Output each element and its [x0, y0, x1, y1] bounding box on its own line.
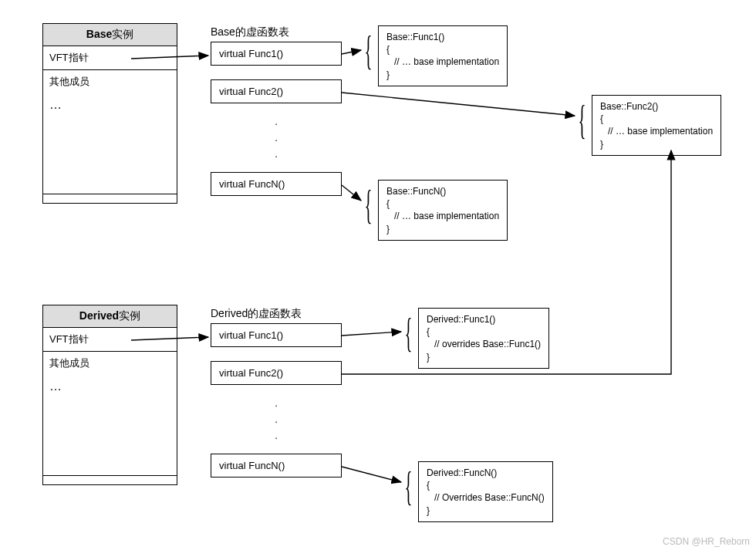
- brace-derived-func1: {: [404, 313, 412, 353]
- derived-vtable-row-n: virtual FuncN(): [211, 454, 342, 477]
- base-members-body: 其他成员 …: [43, 70, 177, 194]
- base-title-suffix: 实例: [112, 28, 133, 40]
- derived-code-funcn: Derived::FuncN() { // Overrides Base::Fu…: [418, 461, 553, 522]
- svg-line-2: [342, 93, 575, 116]
- base-ellipsis: …: [49, 98, 170, 112]
- base-code-func1: Base::Func1() { // … base implementation…: [378, 25, 508, 86]
- brace-derived-funcn: {: [404, 467, 412, 507]
- derived-title-suffix: 实例: [119, 309, 140, 322]
- brace-base-funcn: {: [364, 185, 372, 225]
- base-instance-header: Base实例: [43, 24, 177, 46]
- svg-line-1: [342, 50, 361, 54]
- base-instance-footer: [43, 194, 177, 203]
- base-vft-row: VFT指针: [43, 46, 177, 70]
- derived-vtable: virtual Func1() virtual Func2() . . . vi…: [211, 324, 342, 477]
- derived-vtable-dots: . . .: [211, 385, 342, 454]
- base-code-func2: Base::Func2() { // … base implementation…: [592, 95, 721, 156]
- derived-instance-header: Derived实例: [43, 305, 177, 328]
- base-vtable-row-1: virtual Func1(): [211, 42, 342, 66]
- derived-vtable-row-2: virtual Func2(): [211, 361, 342, 385]
- base-code-funcn: Base::FuncN() { // … base implementation…: [378, 180, 508, 241]
- base-vtable: virtual Func1() virtual Func2() . . . vi…: [211, 42, 342, 196]
- derived-instance-box: Derived实例 VFT指针 其他成员 …: [42, 305, 177, 485]
- svg-line-3: [342, 185, 361, 201]
- base-vtable-dots: . . .: [211, 103, 342, 173]
- svg-line-5: [342, 332, 401, 336]
- derived-ellipsis: …: [49, 380, 170, 393]
- derived-code-func1: Derived::Func1() { // overrides Base::Fu…: [418, 308, 549, 369]
- derived-vtable-row-1: virtual Func1(): [211, 323, 342, 347]
- derived-title-bold: Derived: [79, 309, 119, 322]
- brace-base-func2: {: [578, 100, 586, 140]
- base-vtable-title: Base的虚函数表: [211, 25, 289, 39]
- derived-members-body: 其他成员 …: [43, 352, 177, 475]
- svg-line-6: [342, 467, 401, 482]
- base-title-bold: Base: [86, 28, 112, 40]
- base-instance-box: Base实例 VFT指针 其他成员 …: [42, 23, 177, 204]
- watermark: CSDN @HR_Reborn: [663, 536, 750, 547]
- brace-base-func1: {: [364, 31, 372, 71]
- base-members-label: 其他成员: [49, 75, 170, 89]
- derived-vft-row: VFT指针: [43, 328, 177, 352]
- derived-members-label: 其他成员: [49, 356, 170, 370]
- derived-vtable-title: Derived的虚函数表: [211, 307, 302, 321]
- base-vtable-row-n: virtual FuncN(): [211, 172, 342, 196]
- derived-instance-footer: [43, 475, 177, 484]
- base-vtable-row-2: virtual Func2(): [211, 79, 342, 103]
